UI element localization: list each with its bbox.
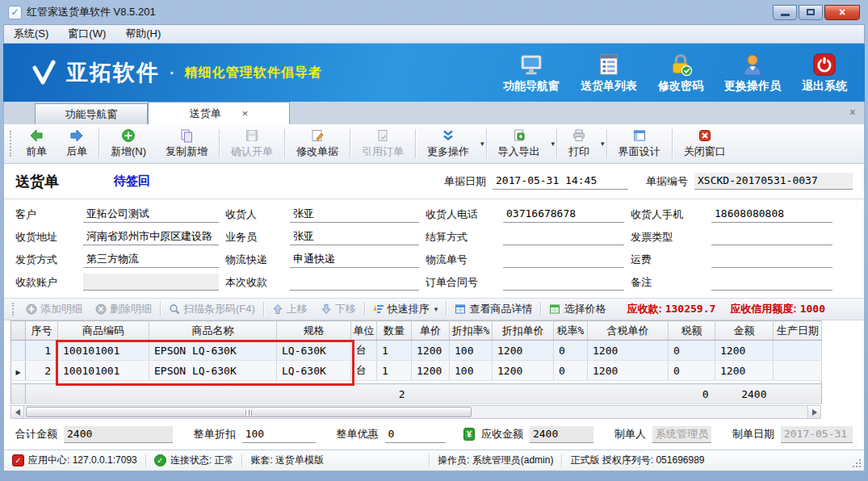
dropdown-arrow-icon[interactable]: ▾ xyxy=(601,140,605,148)
panel-close-icon[interactable]: × xyxy=(849,106,856,119)
row-selector[interactable] xyxy=(11,341,26,361)
detail-toolbar-grip[interactable] xyxy=(12,303,16,316)
logistics-field[interactable]: 申通快递 xyxy=(290,251,419,268)
toolbar-separator xyxy=(606,129,607,158)
toolbar-grip[interactable] xyxy=(10,131,14,157)
modify-order-button[interactable]: 修改单据 xyxy=(287,126,348,161)
tracking-no-field[interactable] xyxy=(503,251,624,268)
address-field[interactable]: 河南省郑州市中原区建设路 xyxy=(83,228,219,245)
dropdown-arrow-icon[interactable]: ▾ xyxy=(434,305,438,313)
exit-system-button[interactable]: 退出系统 xyxy=(802,52,847,94)
delivery-list-button[interactable]: 送货单列表 xyxy=(581,52,637,94)
consignee-mobile-label: 收货人手机 xyxy=(631,207,705,222)
customer-field[interactable]: 亚拓公司测试 xyxy=(83,206,219,223)
items-grid: 序号 商品编码 商品名称 规格 单位 数量 单价 折扣率% 折扣单价 税率% 含… xyxy=(10,320,823,404)
nav-window-button[interactable]: 功能导航窗 xyxy=(503,52,560,94)
remark-field[interactable] xyxy=(711,274,832,291)
scroll-right-icon xyxy=(812,409,817,416)
menu-system[interactable]: 系统(S) xyxy=(4,24,58,44)
scroll-right-button[interactable] xyxy=(807,406,820,418)
col-unit[interactable]: 单位 xyxy=(351,321,377,341)
consignee-mobile-field[interactable]: 18608080808 xyxy=(711,206,832,223)
save-icon xyxy=(245,128,259,143)
order-deduction-field[interactable]: 0 xyxy=(385,426,447,443)
col-prod-date[interactable]: 生产日期 xyxy=(774,321,822,341)
doc-date-field[interactable]: 2017-05-31 14:45 xyxy=(493,173,628,190)
freight-field[interactable] xyxy=(711,251,832,268)
order-discount-field[interactable]: 100 xyxy=(242,426,316,443)
document-header: 送货单 待签回 单据日期 2017-05-31 14:45 单据编号 XSCKD… xyxy=(4,164,864,199)
col-spec[interactable]: 规格 xyxy=(277,321,351,341)
status-license: 正式版 授权序列号: 051696989 xyxy=(570,454,704,467)
consignee-phone-field[interactable]: 03716678678 xyxy=(503,206,624,223)
contract-no-label: 订单合同号 xyxy=(426,275,497,290)
row-selector[interactable]: ▶ xyxy=(11,361,26,381)
close-window-button[interactable]: 关闭窗口 xyxy=(674,126,736,161)
resize-grip[interactable] xyxy=(853,459,861,467)
window-title: 红管家送货单软件 V8.5.201 xyxy=(27,5,156,19)
table-row: ▶ 2 100101001 EPSON LQ-630K LQ-630K 台 1 … xyxy=(11,361,822,381)
col-tax-rate[interactable]: 税率% xyxy=(554,321,588,341)
close-button[interactable]: × xyxy=(824,5,860,20)
delete-detail-button: 删除明细 xyxy=(89,302,158,316)
col-price[interactable]: 单价 xyxy=(412,321,450,341)
maximize-button[interactable] xyxy=(799,5,823,20)
brand-logo: 亚拓软件 · 精细化管理软件倡导者 xyxy=(29,58,322,87)
dropdown-arrow-icon[interactable]: ▾ xyxy=(480,140,484,148)
col-product-code[interactable]: 商品编码 xyxy=(58,321,149,341)
scrollbar-thumb[interactable] xyxy=(26,407,472,417)
payment-now-field[interactable] xyxy=(290,274,419,291)
horizontal-scrollbar[interactable] xyxy=(10,405,821,419)
user-icon xyxy=(740,52,765,77)
col-seq[interactable]: 序号 xyxy=(26,321,58,341)
menu-help[interactable]: 帮助(H) xyxy=(115,24,170,44)
quick-sort-button[interactable]: 快速排序 ▾ xyxy=(367,302,445,316)
salesman-field[interactable]: 张亚 xyxy=(290,228,419,245)
detail-toolbar: 添加明细 删除明细 扫描条形码(F4) 上移 下移 xyxy=(4,298,864,320)
more-actions-button[interactable]: 更多操作 xyxy=(417,127,479,161)
detail-toolbar-separator xyxy=(540,302,541,316)
tab-nav-window[interactable]: 功能导航窗 xyxy=(35,103,148,124)
settlement-field[interactable] xyxy=(503,228,624,245)
contract-no-field[interactable] xyxy=(503,274,624,291)
col-discount-price[interactable]: 折扣单价 xyxy=(493,321,554,341)
col-discount-rate[interactable]: 折扣率% xyxy=(450,321,493,341)
col-tax-price[interactable]: 含税单价 xyxy=(588,321,669,341)
col-qty[interactable]: 数量 xyxy=(377,321,412,341)
ui-design-button[interactable]: 界面设计 xyxy=(609,126,670,161)
select-price-button[interactable]: 选择价格 xyxy=(543,302,612,316)
window-controls: × xyxy=(773,5,860,20)
status-separator xyxy=(429,454,430,467)
sort-icon xyxy=(373,303,384,315)
import-export-button[interactable]: 导入导出 xyxy=(489,127,550,161)
credit-limit: 应收信用额度:1000 xyxy=(730,302,825,316)
scroll-left-button[interactable] xyxy=(11,406,24,418)
consignee-field[interactable]: 张亚 xyxy=(290,206,419,223)
minimize-button[interactable] xyxy=(773,5,797,20)
close-icon: × xyxy=(839,6,845,19)
dropdown-arrow-icon[interactable]: ▾ xyxy=(551,140,556,148)
status-separator xyxy=(145,454,146,467)
print-button[interactable]: 打印 xyxy=(559,127,599,161)
switch-operator-button[interactable]: 更换操作员 xyxy=(724,52,781,94)
view-product-detail-button[interactable]: 查看商品详情 xyxy=(448,302,539,316)
col-tax[interactable]: 税额 xyxy=(669,321,715,341)
reference-order-button: 引用订单 xyxy=(352,126,413,161)
tab-close-icon[interactable]: × xyxy=(242,107,249,119)
prev-order-button[interactable]: 前单 xyxy=(16,126,57,161)
next-order-button[interactable]: 后单 xyxy=(57,126,97,161)
ship-method-field[interactable]: 第三方物流 xyxy=(83,251,219,268)
change-password-button[interactable]: 修改密码 xyxy=(658,52,703,94)
col-amount[interactable]: 金额 xyxy=(715,321,774,341)
import-export-icon xyxy=(512,128,526,143)
menu-window[interactable]: 窗口(W) xyxy=(58,24,115,44)
tab-delivery-order[interactable]: 送货单 × xyxy=(148,102,290,124)
col-product-name[interactable]: 商品名称 xyxy=(149,321,277,341)
document-panel: 送货单 待签回 单据日期 2017-05-31 14:45 单据编号 XSCKD… xyxy=(3,164,865,450)
remove-circle-gray-icon xyxy=(95,303,107,315)
scrollbar-grip xyxy=(245,410,252,416)
invoice-type-field[interactable] xyxy=(711,228,832,245)
copy-new-button[interactable]: 复制新增 xyxy=(156,126,217,161)
new-button[interactable]: 新增(N) xyxy=(101,126,156,161)
receivable-total-field: 2400 xyxy=(530,426,593,443)
